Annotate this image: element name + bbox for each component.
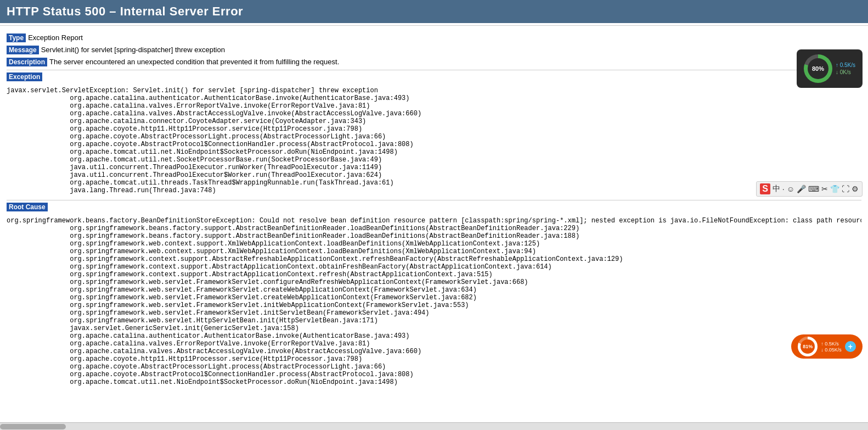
toolbar-mic-icon[interactable]: 🎤	[797, 185, 806, 193]
type-value: Exception Report	[28, 33, 83, 42]
root-cause-stack-trace: org.springframework.beans.factory.BeanDe…	[7, 217, 861, 386]
toolbar-gear-icon[interactable]: ⚙	[852, 185, 859, 193]
toolbar-s-icon[interactable]: S	[760, 183, 770, 194]
toolbar-keyboard-icon[interactable]: ⌨	[808, 185, 819, 193]
exception-label-container: Exception	[7, 72, 861, 85]
toolbar-scissors-icon[interactable]: ✂	[821, 185, 828, 193]
toolbar-smiley-icon[interactable]: ☺	[787, 185, 794, 193]
description-value: The server encountered an unexpected con…	[49, 58, 339, 66]
message-value: Servlet.init() for servlet [spring-dispa…	[41, 46, 225, 54]
network-stats-top: ↑ 0.5K/s ↓ 0K/s	[836, 62, 855, 75]
network-widget-bottom: 81% ↑ 0.5K/s ↓ 0.05K/s +	[791, 334, 863, 359]
section-divider-2	[7, 200, 861, 200]
net-upload-bottom: ↑ 0.5K/s	[821, 341, 842, 347]
network-stats-bottom: ↑ 0.5K/s ↓ 0.05K/s	[821, 341, 842, 353]
title-divider	[0, 25, 868, 26]
exception-label: Exception	[7, 72, 42, 81]
toolbar-chinese-icon[interactable]: 中	[773, 184, 780, 194]
network-plus-button[interactable]: +	[845, 341, 856, 352]
net-download-bottom: ↓ 0.05K/s	[821, 347, 842, 353]
toolbar-full-icon[interactable]: ⛶	[842, 185, 849, 193]
gauge-circle-bottom: 81%	[798, 337, 818, 356]
page-title-bar: HTTP Status 500 – Internal Server Error	[0, 0, 868, 23]
toolbar-shirt-icon[interactable]: 👕	[830, 185, 839, 193]
net-download-top: ↓ 0K/s	[836, 69, 855, 75]
network-widget-top: 80% ↑ 0.5K/s ↓ 0K/s	[797, 49, 863, 88]
type-label: Type	[7, 33, 26, 42]
root-cause-label-container: Root Cause	[7, 203, 861, 215]
exception-stack-trace: javax.servlet.ServletException: Servlet.…	[7, 87, 861, 194]
page-title: HTTP Status 500 – Internal Server Error	[7, 4, 243, 18]
gauge-percent-top: 80%	[808, 58, 828, 79]
message-line: MessageServlet.init() for servlet [sprin…	[7, 46, 861, 54]
message-label: Message	[7, 46, 39, 54]
gauge-percent-bottom: 81%	[801, 339, 815, 354]
description-label: Description	[7, 58, 47, 66]
toolbar-dot-icon[interactable]: ·	[782, 185, 785, 193]
content-area: TypeException Report MessageServlet.init…	[0, 28, 868, 392]
type-line: TypeException Report	[7, 33, 861, 42]
section-divider-1	[7, 70, 861, 70]
gauge-circle-top: 80%	[804, 54, 832, 83]
root-cause-label: Root Cause	[7, 203, 48, 211]
net-upload-top: ↑ 0.5K/s	[836, 62, 855, 68]
right-toolbar: S 中 · ☺ 🎤 ⌨ ✂ 👕 ⛶ ⚙	[756, 181, 863, 197]
description-line: DescriptionThe server encountered an une…	[7, 58, 861, 66]
